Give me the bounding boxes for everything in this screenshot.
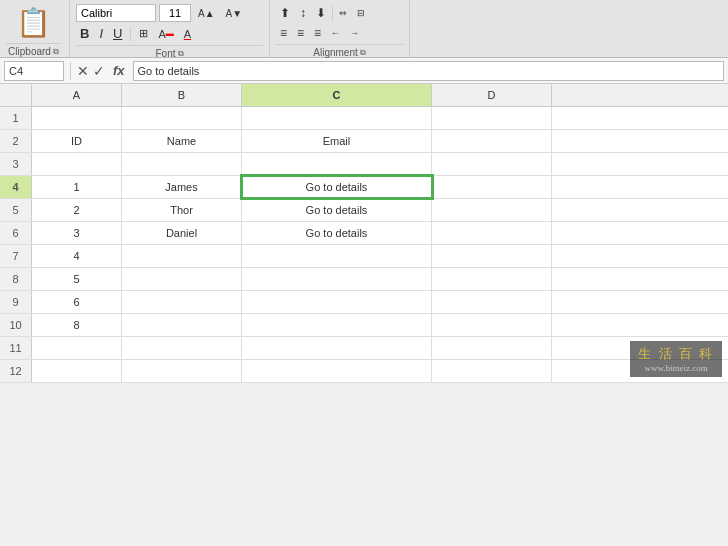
cell[interactable]: Go to details	[242, 176, 432, 198]
font-color-btn[interactable]: A	[180, 26, 195, 42]
cell-reference-box[interactable]: C4	[4, 61, 64, 81]
merge-btn[interactable]: ⊟	[353, 6, 369, 20]
cell[interactable]	[432, 222, 552, 244]
cell[interactable]	[242, 360, 432, 382]
cell[interactable]	[122, 337, 242, 359]
underline-button[interactable]: U	[109, 24, 126, 43]
cell[interactable]	[122, 153, 242, 175]
cell[interactable]	[122, 107, 242, 129]
cell[interactable]: 5	[32, 268, 122, 290]
cell[interactable]	[242, 268, 432, 290]
row-number[interactable]: 11	[0, 337, 32, 359]
row-number[interactable]: 10	[0, 314, 32, 336]
cell[interactable]	[32, 337, 122, 359]
cell[interactable]	[432, 153, 552, 175]
cell[interactable]: 8	[32, 314, 122, 336]
increase-font-btn[interactable]: A▲	[194, 6, 219, 21]
cell[interactable]	[432, 176, 552, 198]
cell[interactable]	[32, 360, 122, 382]
align-center-btn[interactable]: ≡	[293, 24, 308, 42]
cell[interactable]: Name	[122, 130, 242, 152]
align-bottom-btn[interactable]: ⬇	[312, 4, 330, 22]
cell[interactable]	[242, 153, 432, 175]
cell[interactable]	[432, 360, 552, 382]
fill-color-btn[interactable]: A▬	[154, 26, 177, 42]
cell[interactable]	[242, 314, 432, 336]
indent-increase-btn[interactable]: →	[346, 26, 363, 40]
cell[interactable]	[242, 291, 432, 313]
row-number[interactable]: 8	[0, 268, 32, 290]
clipboard-expand-icon[interactable]: ⧉	[53, 47, 59, 57]
decrease-font-btn[interactable]: A▼	[222, 6, 247, 21]
cell[interactable]	[242, 245, 432, 267]
row-number[interactable]: 6	[0, 222, 32, 244]
cell[interactable]	[432, 314, 552, 336]
cell[interactable]	[242, 107, 432, 129]
paste-icon[interactable]: 📋	[16, 9, 51, 37]
cell[interactable]	[432, 268, 552, 290]
align-right-btn[interactable]: ≡	[310, 24, 325, 42]
cell[interactable]	[122, 291, 242, 313]
italic-button[interactable]: I	[95, 24, 107, 43]
wrap-text-btn[interactable]: ⇔	[335, 6, 351, 20]
cell[interactable]: Email	[242, 130, 432, 152]
align-middle-btn[interactable]: ↕	[296, 4, 310, 22]
table-row: 12	[0, 360, 728, 383]
cell[interactable]: Daniel	[122, 222, 242, 244]
cancel-icon[interactable]: ✕	[77, 63, 89, 79]
bold-button[interactable]: B	[76, 24, 93, 43]
col-header-a[interactable]: A	[32, 84, 122, 106]
row-number[interactable]: 9	[0, 291, 32, 313]
cell[interactable]: 6	[32, 291, 122, 313]
row-number[interactable]: 5	[0, 199, 32, 221]
cell[interactable]: 3	[32, 222, 122, 244]
alignment-expand-icon[interactable]: ⧉	[360, 48, 366, 58]
cell[interactable]: 1	[32, 176, 122, 198]
row-number[interactable]: 2	[0, 130, 32, 152]
cell[interactable]	[122, 314, 242, 336]
cell[interactable]	[432, 107, 552, 129]
cell[interactable]	[432, 291, 552, 313]
cell[interactable]	[122, 268, 242, 290]
clipboard-section: 📋 Clipboard ⧉	[0, 0, 70, 57]
row-number[interactable]: 7	[0, 245, 32, 267]
divider	[130, 27, 131, 41]
font-size-input[interactable]	[159, 4, 191, 22]
cell[interactable]: James	[122, 176, 242, 198]
cell[interactable]	[432, 130, 552, 152]
row-number[interactable]: 3	[0, 153, 32, 175]
row-number[interactable]: 4	[0, 176, 32, 198]
align-top-btn[interactable]: ⬆	[276, 4, 294, 22]
column-headers: A B C D	[0, 84, 728, 107]
indent-decrease-btn[interactable]: ←	[327, 26, 344, 40]
table-row: 96	[0, 291, 728, 314]
cell[interactable]	[242, 337, 432, 359]
row-num-header	[0, 84, 32, 106]
cell[interactable]	[432, 245, 552, 267]
border-btn[interactable]: ⊞	[135, 25, 152, 42]
cell[interactable]: Go to details	[242, 222, 432, 244]
cell[interactable]	[32, 153, 122, 175]
cell[interactable]	[122, 245, 242, 267]
row-number[interactable]: 1	[0, 107, 32, 129]
row-number[interactable]: 12	[0, 360, 32, 382]
align-left-btn[interactable]: ≡	[276, 24, 291, 42]
cell[interactable]: Go to details	[242, 199, 432, 221]
table-row: 1	[0, 107, 728, 130]
font-expand-icon[interactable]: ⧉	[178, 49, 184, 59]
cell[interactable]	[432, 199, 552, 221]
cell[interactable]: 2	[32, 199, 122, 221]
col-header-b[interactable]: B	[122, 84, 242, 106]
cell[interactable]	[122, 360, 242, 382]
font-label: Font ⧉	[76, 45, 263, 59]
cell[interactable]: Thor	[122, 199, 242, 221]
cell[interactable]: ID	[32, 130, 122, 152]
col-header-d[interactable]: D	[432, 84, 552, 106]
font-name-input[interactable]	[76, 4, 156, 22]
cell[interactable]	[32, 107, 122, 129]
formula-input[interactable]	[133, 61, 724, 81]
cell[interactable]	[432, 337, 552, 359]
col-header-c[interactable]: C	[242, 84, 432, 106]
cell[interactable]: 4	[32, 245, 122, 267]
confirm-icon[interactable]: ✓	[93, 63, 105, 79]
